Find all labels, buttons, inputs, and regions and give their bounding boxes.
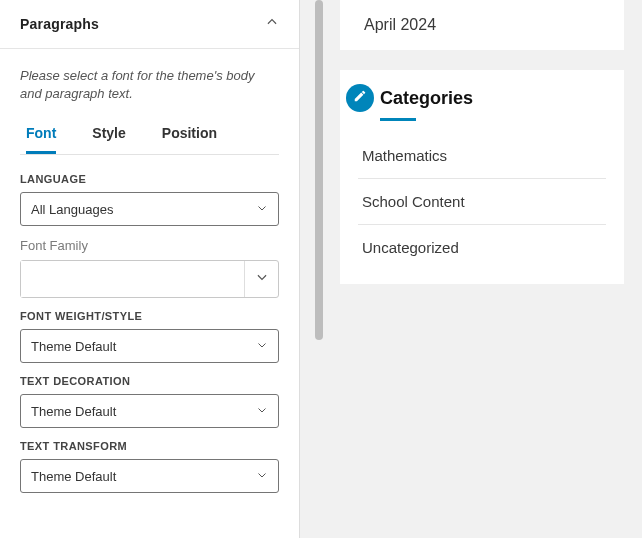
categories-widget: Categories Mathematics School Content Un… [340,70,624,284]
chevron-down-icon [256,469,268,484]
language-label: Language [20,173,279,185]
scrollbar-thumb[interactable] [315,0,323,340]
gutter [300,0,340,538]
categories-list: Mathematics School Content Uncategorized [340,133,624,284]
font-weight-label: Font Weight/Style [20,310,279,322]
text-transform-label: Text Transform [20,440,279,452]
panel-body: Please select a font for the theme's bod… [0,49,299,513]
panel-description: Please select a font for the theme's bod… [20,67,279,103]
archive-widget: April 2024 [340,0,624,50]
language-value: All Languages [31,202,113,217]
text-decoration-value: Theme Default [31,404,116,419]
chevron-down-icon [256,339,268,354]
font-family-input[interactable] [21,261,244,297]
category-link[interactable]: Uncategorized [358,225,606,270]
font-family-dropdown-button[interactable] [244,261,278,297]
chevron-down-icon [255,270,269,288]
panel-title: Paragraphs [20,16,99,32]
settings-sidebar: Paragraphs Please select a font for the … [0,0,300,538]
font-weight-value: Theme Default [31,339,116,354]
text-transform-value: Theme Default [31,469,116,484]
preview-area: April 2024 Categories Mathematics School… [340,0,642,538]
tabs: Font Style Position [20,117,279,155]
chevron-down-icon [256,404,268,419]
tab-style[interactable]: Style [92,117,125,154]
font-family-label: Font Family [20,238,279,253]
categories-header: Categories [340,70,624,112]
chevron-down-icon [256,202,268,217]
language-select[interactable]: All Languages [20,192,279,226]
tab-position[interactable]: Position [162,117,217,154]
pencil-icon [353,89,367,107]
chevron-up-icon [265,15,279,33]
panel-header-paragraphs[interactable]: Paragraphs [0,0,299,49]
text-transform-select[interactable]: Theme Default [20,459,279,493]
archive-link[interactable]: April 2024 [340,0,624,50]
font-family-combobox[interactable] [20,260,279,298]
edit-button[interactable] [346,84,374,112]
category-link[interactable]: School Content [358,179,606,225]
text-decoration-select[interactable]: Theme Default [20,394,279,428]
font-weight-select[interactable]: Theme Default [20,329,279,363]
text-decoration-label: Text Decoration [20,375,279,387]
category-link[interactable]: Mathematics [358,133,606,179]
tab-font[interactable]: Font [26,117,56,154]
categories-title: Categories [380,88,473,109]
title-underline [380,118,416,121]
